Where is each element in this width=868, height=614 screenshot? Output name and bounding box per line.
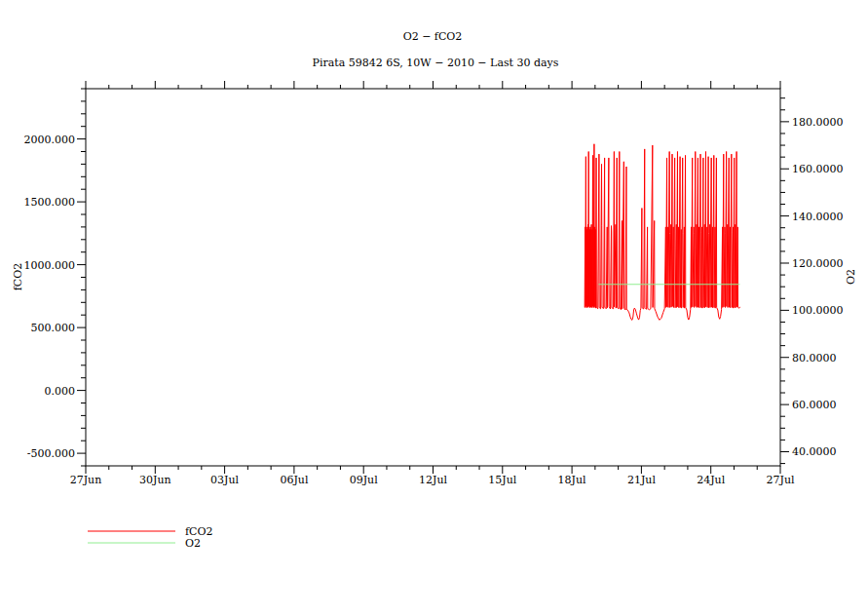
o2-fco2-chart: O2 − fCO2 Pirata 59842 6S, 10W − 2010 − … <box>0 0 868 614</box>
y-left-tick-label: 1500.000 <box>24 196 76 209</box>
series-layer <box>585 144 740 321</box>
y-left-tick-label: -500.000 <box>27 447 75 460</box>
y-right-tick-label: 80.0000 <box>792 352 837 365</box>
x-tick-label: 15Jul <box>488 474 516 486</box>
y-left-tick-label: 0.000 <box>45 385 76 398</box>
y-right-tick-label: 60.0000 <box>792 399 837 411</box>
x-tick-label: 12Jul <box>419 474 447 486</box>
fco2-series-line <box>585 144 740 321</box>
x-tick-label: 06Jul <box>280 474 308 486</box>
y-left-tick-label: 2000.000 <box>24 134 76 146</box>
y-right-tick-label: 160.0000 <box>792 163 844 175</box>
y-left-tick-label: 500.000 <box>31 322 76 334</box>
x-tick-label: 27Jun <box>70 474 102 486</box>
x-tick-label: 09Jul <box>350 474 378 486</box>
y-right-tick-label: 100.0000 <box>792 304 844 317</box>
x-tick-label: 30Jun <box>139 474 171 486</box>
y-right-tick-label: 40.0000 <box>792 445 837 458</box>
y-left-tick-label: 1000.000 <box>24 259 76 272</box>
y-right-tick-label: 180.0000 <box>792 116 844 129</box>
x-tick-label: 24Jul <box>697 474 725 486</box>
x-tick-label: 03Jul <box>210 474 239 486</box>
y-right-tick-label: 140.0000 <box>792 211 844 223</box>
x-tick-label: 27Jul <box>766 474 794 486</box>
x-tick-label: 21Jul <box>627 474 656 486</box>
chart-page: O2 − fCO2 Pirata 59842 6S, 10W − 2010 − … <box>0 0 868 614</box>
legend: fCO2 O2 <box>88 525 213 550</box>
chart-title: O2 − fCO2 <box>403 30 463 43</box>
legend-o2-label: O2 <box>185 537 201 550</box>
chart-subtitle: Pirata 59842 6S, 10W − 2010 − Last 30 da… <box>313 57 559 69</box>
x-tick-label: 18Jul <box>558 474 586 486</box>
y-left-axis-title: fCO2 <box>12 263 24 291</box>
y-right-tick-label: 120.0000 <box>792 257 844 270</box>
axes-layer: 27Jun30Jun03Jul06Jul09Jul12Jul15Jul18Jul… <box>24 81 844 486</box>
y-right-axis-title: O2 <box>845 269 857 285</box>
